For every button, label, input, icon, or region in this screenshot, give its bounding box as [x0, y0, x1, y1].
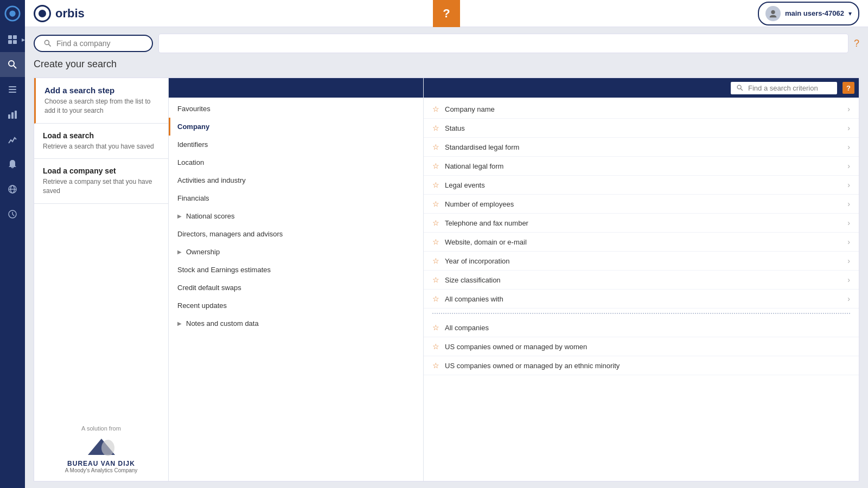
notes-expand-icon: ▶	[177, 320, 182, 326]
star-icon-nat-legal[interactable]: ☆	[432, 162, 439, 170]
category-item-activities[interactable]: Activities and industry	[169, 171, 423, 189]
bvd-company-name: BUREAU VAN DIJK	[67, 460, 135, 467]
criteria-item-company-name[interactable]: ☆ Company name ›	[424, 100, 859, 119]
category-item-stock[interactable]: Stock and Earnings estimates	[169, 261, 423, 279]
star-icon-us-women[interactable]: ☆	[432, 342, 439, 351]
criteria-item-standardised-legal-form[interactable]: ☆ Standardised legal form ›	[424, 138, 859, 157]
chevron-right-size: ›	[847, 275, 850, 284]
sidebar-logo-area	[0, 0, 25, 27]
svg-line-7	[14, 66, 16, 68]
criteria-label-nat-legal: National legal form	[445, 162, 503, 170]
criteria-item-left: ☆ All companies	[432, 323, 489, 332]
category-item-company[interactable]: Company	[169, 118, 423, 136]
category-label-credit: Credit default swaps	[177, 284, 241, 292]
dotted-divider	[432, 313, 850, 314]
svg-rect-10	[9, 92, 16, 93]
category-label-location: Location	[177, 158, 204, 166]
criteria-item-us-ethnic[interactable]: ☆ US companies owned or managed by an et…	[424, 356, 859, 375]
svg-rect-9	[9, 89, 16, 90]
category-item-favourites[interactable]: Favourites	[169, 100, 423, 118]
criteria-item-all-companies[interactable]: ☆ All companies	[424, 318, 859, 337]
sidebar-item-analytics[interactable]	[0, 127, 25, 152]
criteria-label-us-ethnic: US companies owned or managed by an ethn…	[445, 362, 620, 370]
load-search-section[interactable]: Load a search Retrieve a search that you…	[34, 124, 168, 159]
top-bar-left: orbis	[34, 5, 85, 22]
criteria-item-left: ☆ US companies owned or managed by women	[432, 342, 587, 351]
right-panel: ? ☆ Company name › ☆ Status	[424, 78, 859, 481]
criteria-item-left: ☆ US companies owned or managed by an et…	[432, 361, 620, 370]
user-area[interactable]: main users-47062 ▾	[758, 2, 859, 25]
find-company-help-icon[interactable]: ?	[854, 38, 859, 49]
svg-rect-13	[15, 111, 17, 119]
category-label-favourites: Favourites	[177, 105, 210, 113]
load-company-set-section[interactable]: Load a company set Retrieve a company se…	[34, 159, 168, 204]
sidebar-item-list[interactable]	[0, 77, 25, 102]
sidebar-item-grid[interactable]: ▶	[0, 27, 25, 52]
criteria-item-left: ☆ Standardised legal form	[432, 143, 519, 151]
criteria-item-left: ☆ Status	[432, 124, 465, 132]
star-icon-website[interactable]: ☆	[432, 237, 439, 246]
top-center-help: ?	[433, 0, 460, 27]
criteria-item-telephone[interactable]: ☆ Telephone and fax number ›	[424, 214, 859, 233]
solution-section: A solution from BUREAU VAN DIJK A Moody'…	[34, 418, 168, 481]
star-icon-status[interactable]: ☆	[432, 124, 439, 132]
svg-rect-2	[8, 35, 12, 39]
star-icon-us-ethnic[interactable]: ☆	[432, 361, 439, 370]
help-button[interactable]: ?	[433, 0, 460, 27]
right-help-button[interactable]: ?	[843, 82, 854, 94]
star-icon-all-with[interactable]: ☆	[432, 294, 439, 303]
star-icon-std-legal[interactable]: ☆	[432, 143, 439, 151]
category-label-directors: Directors, managers and advisors	[177, 230, 283, 238]
category-item-directors[interactable]: Directors, managers and advisors	[169, 225, 423, 243]
criteria-item-us-women[interactable]: ☆ US companies owned or managed by women	[424, 337, 859, 356]
chevron-right-year: ›	[847, 256, 850, 265]
main-content: orbis ? main users-47062 ▾	[25, 0, 868, 488]
criteria-label-num-employees: Number of employees	[445, 200, 514, 208]
find-company-search-icon	[43, 39, 52, 48]
category-item-identifiers[interactable]: Identifiers	[169, 136, 423, 153]
category-label-company: Company	[177, 123, 209, 131]
star-icon-legal-events[interactable]: ☆	[432, 181, 439, 189]
sidebar-item-clock[interactable]	[0, 202, 25, 227]
criteria-item-year-incorporation[interactable]: ☆ Year of incorporation ›	[424, 252, 859, 271]
category-item-ownership[interactable]: ▶ Ownership	[169, 243, 423, 261]
sidebar-item-globe[interactable]	[0, 177, 25, 202]
criteria-item-legal-events[interactable]: ☆ Legal events ›	[424, 176, 859, 195]
category-item-location[interactable]: Location	[169, 153, 423, 171]
svg-rect-11	[8, 114, 10, 119]
sidebar-item-search[interactable]	[0, 52, 25, 77]
star-icon-num-employees[interactable]: ☆	[432, 200, 439, 208]
criteria-item-left: ☆ Telephone and fax number	[432, 219, 528, 227]
chevron-right-num-employees: ›	[847, 200, 850, 208]
category-item-credit[interactable]: Credit default swaps	[169, 279, 423, 297]
criteria-item-left: ☆ Size classification	[432, 275, 501, 284]
category-item-notes[interactable]: ▶ Notes and custom data	[169, 314, 423, 332]
category-item-financials[interactable]: Financials	[169, 189, 423, 207]
sidebar-item-chart[interactable]	[0, 102, 25, 127]
criteria-item-status[interactable]: ☆ Status ›	[424, 119, 859, 138]
star-icon-size[interactable]: ☆	[432, 275, 439, 284]
section-heading: Create your search	[34, 59, 859, 70]
category-item-recent[interactable]: Recent updates	[169, 297, 423, 314]
star-icon-telephone[interactable]: ☆	[432, 219, 439, 227]
sidebar-item-bell[interactable]	[0, 152, 25, 177]
criterion-search-input[interactable]	[748, 84, 824, 92]
star-icon-year[interactable]: ☆	[432, 256, 439, 265]
category-label-stock: Stock and Earnings estimates	[177, 266, 271, 274]
criteria-item-left: ☆ Website, domain or e-mail	[432, 237, 527, 246]
criterion-search-box	[730, 81, 838, 95]
add-step-description: Choose a search step from the list to ad…	[44, 97, 159, 115]
category-item-national-scores[interactable]: ▶ National scores	[169, 207, 423, 225]
criteria-item-size-classification[interactable]: ☆ Size classification ›	[424, 271, 859, 290]
criteria-item-num-employees[interactable]: ☆ Number of employees ›	[424, 195, 859, 214]
star-icon-all-companies[interactable]: ☆	[432, 323, 439, 332]
middle-header-bar	[169, 78, 423, 98]
criteria-item-national-legal-form[interactable]: ☆ National legal form ›	[424, 157, 859, 176]
bvd-triangle-container	[85, 436, 118, 458]
star-icon-company-name[interactable]: ☆	[432, 105, 439, 113]
chevron-right-nat-legal: ›	[847, 162, 850, 170]
criteria-item-website[interactable]: ☆ Website, domain or e-mail ›	[424, 233, 859, 252]
find-company-input[interactable]	[56, 39, 132, 48]
find-company-extra-input[interactable]	[158, 34, 848, 53]
criteria-item-all-companies-with[interactable]: ☆ All companies with ›	[424, 290, 859, 309]
